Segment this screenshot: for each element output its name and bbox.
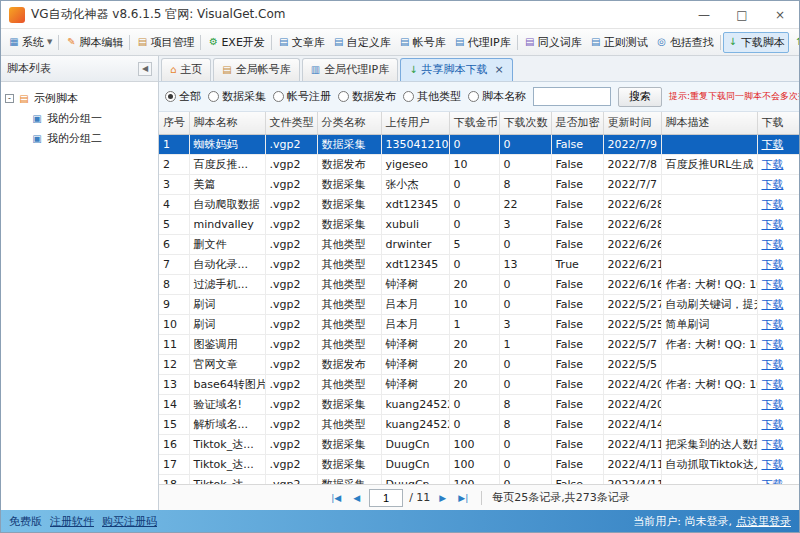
col-description[interactable]: 脚本描述 bbox=[661, 112, 757, 134]
download-link[interactable]: 下载 bbox=[762, 278, 784, 291]
table-row[interactable]: 5 mindvalley .vgp2 数据采集 xubuli 0 3 False… bbox=[159, 214, 799, 234]
download-link[interactable]: 下载 bbox=[762, 178, 784, 191]
toolbar-regex-test-button[interactable]: ▤ 正则测试 bbox=[586, 32, 652, 53]
first-page-button[interactable]: |◀ bbox=[328, 491, 344, 505]
col-file-type[interactable]: 文件类型 bbox=[265, 112, 317, 134]
search-button[interactable]: 搜索 bbox=[618, 87, 662, 107]
download-link[interactable]: 下载 bbox=[762, 158, 784, 171]
close-button[interactable]: × bbox=[761, 1, 799, 28]
cell-download-count: 0 bbox=[499, 294, 551, 314]
tab-close-icon[interactable]: × bbox=[495, 65, 504, 75]
upload-icon: ↑ bbox=[793, 36, 799, 48]
col-download[interactable]: 下载 bbox=[757, 112, 799, 134]
table-row[interactable]: 9 刷词 .vgp2 其他类型 吕本月 10 0 False 2022/5/27… bbox=[159, 294, 799, 314]
table-row[interactable]: 3 美篇 .vgp2 数据采集 张小杰 0 8 False 2022/7/7 bbox=[159, 174, 799, 194]
tree-item-example-scripts[interactable]: - ▤ 示例脚本 bbox=[5, 88, 154, 108]
download-link[interactable]: 下载 bbox=[762, 298, 784, 311]
toolbar-separator bbox=[129, 35, 130, 50]
cell-description bbox=[661, 354, 757, 374]
cell-script-name: 官网文章 bbox=[189, 354, 265, 374]
download-link[interactable]: 下载 bbox=[762, 458, 784, 471]
buy-license-link[interactable]: 购买注册码 bbox=[102, 514, 157, 529]
toolbar-script-edit-button[interactable]: ✎ 脚本编辑 bbox=[61, 32, 127, 53]
tab-global-account-lib[interactable]: ▤ 全局帐号库 bbox=[213, 58, 299, 81]
page-number-input[interactable] bbox=[369, 489, 403, 507]
sidebar-title: 脚本列表 bbox=[7, 61, 51, 76]
prev-page-button[interactable]: ◀ bbox=[350, 491, 363, 505]
toolbar-project-mgmt-button[interactable]: ▤ 项目管理 bbox=[132, 32, 198, 53]
table-row[interactable]: 17 Tiktok_达... .vgp2 数据采集 DuugCn 100 0 F… bbox=[159, 454, 799, 474]
cell-script-name: 自动爬取数据 bbox=[189, 194, 265, 214]
col-download-count[interactable]: 下载次数 bbox=[499, 112, 551, 134]
table-row[interactable]: 15 解析域名... .vgp2 其他类型 kuang2452299 0 8 F… bbox=[159, 414, 799, 434]
col-category[interactable]: 分类名称 bbox=[317, 112, 381, 134]
table-row[interactable]: 1 蜘蛛妈妈 .vgp2 数据采集 13504121014 0 0 False … bbox=[159, 134, 799, 154]
radio-account-register[interactable]: 帐号注册 bbox=[273, 89, 331, 104]
next-page-button[interactable]: ▶ bbox=[436, 491, 449, 505]
last-page-button[interactable]: ▶| bbox=[455, 491, 471, 505]
download-link[interactable]: 下载 bbox=[762, 418, 784, 431]
download-link[interactable]: 下载 bbox=[762, 258, 784, 271]
download-link[interactable]: 下载 bbox=[762, 218, 784, 231]
tab-global-proxy-lib[interactable]: ▥ 全局代理IP库 bbox=[302, 58, 398, 81]
download-link[interactable]: 下载 bbox=[762, 318, 784, 331]
minimize-button[interactable]: — bbox=[685, 1, 723, 28]
table-row[interactable]: 6 删文件 .vgp2 其他类型 drwinter 5 0 False 2022… bbox=[159, 234, 799, 254]
toolbar-custom-lib-button[interactable]: ▤ 自定义库 bbox=[329, 32, 395, 53]
table-row[interactable]: 12 官网文章 .vgp2 数据发布 钟泽树 20 0 False 2022/5… bbox=[159, 354, 799, 374]
table-row[interactable]: 8 过滤手机... .vgp2 其他类型 钟泽树 20 0 False 2022… bbox=[159, 274, 799, 294]
radio-label: 脚本名称 bbox=[482, 89, 526, 104]
radio-data-publish[interactable]: 数据发布 bbox=[338, 89, 396, 104]
table-row[interactable]: 4 自动爬取数据 .vgp2 数据采集 xdt12345 0 22 False … bbox=[159, 194, 799, 214]
col-index[interactable]: 序号 bbox=[159, 112, 189, 134]
table-row[interactable]: 18 Tiktok_达... .vgp2 数据采集 DuugCn 100 0 F… bbox=[159, 474, 799, 484]
toolbar-synonym-lib-button[interactable]: ▤ 同义词库 bbox=[520, 32, 586, 53]
download-link[interactable]: 下载 bbox=[762, 238, 784, 251]
cell-file-type: .vgp2 bbox=[265, 134, 317, 154]
tab-home[interactable]: ⌂ 主页 bbox=[161, 58, 211, 81]
tab-shared-script-download[interactable]: ↓ 共享脚本下载 × bbox=[400, 58, 513, 81]
toolbar-account-lib-button[interactable]: ▤ 帐号库 bbox=[395, 32, 450, 53]
col-coins[interactable]: 下载金币 bbox=[449, 112, 499, 134]
tree-item-my-group-1[interactable]: ▣ 我的分组一 bbox=[5, 108, 154, 128]
login-link[interactable]: 点这里登录 bbox=[736, 514, 791, 529]
cell-file-type: .vgp2 bbox=[265, 394, 317, 414]
download-link[interactable]: 下载 bbox=[762, 138, 784, 151]
col-updated[interactable]: 更新时间 bbox=[603, 112, 661, 134]
toolbar-system-button[interactable]: ▦ 系统 ▼ bbox=[4, 32, 56, 53]
script-name-input[interactable] bbox=[533, 87, 611, 106]
toolbar-exe-dev-button[interactable]: ⚙ EXE开发 bbox=[203, 32, 268, 53]
radio-other-type[interactable]: 其他类型 bbox=[403, 89, 461, 104]
table-row[interactable]: 14 验证域名! .vgp2 数据采集 kuang2452299 0 8 Fal… bbox=[159, 394, 799, 414]
download-link[interactable]: 下载 bbox=[762, 358, 784, 371]
table-row[interactable]: 13 base64转图片 .vgp2 其他类型 钟泽树 20 0 False 2… bbox=[159, 374, 799, 394]
collapse-sidebar-icon[interactable]: ◀ bbox=[138, 62, 152, 76]
col-uploader[interactable]: 上传用户 bbox=[381, 112, 449, 134]
radio-all[interactable]: 全部 bbox=[165, 89, 201, 104]
toolbar-upload-script-button[interactable]: ↑ 上传脚本 bbox=[789, 32, 799, 53]
col-script-name[interactable]: 脚本名称 bbox=[189, 112, 265, 134]
col-encrypted[interactable]: 是否加密 bbox=[551, 112, 603, 134]
toolbar-download-script-button[interactable]: ↓ 下载脚本 bbox=[723, 32, 789, 53]
cell-file-type: .vgp2 bbox=[265, 254, 317, 274]
toolbar-article-lib-button[interactable]: ▤ 文章库 bbox=[274, 32, 329, 53]
download-link[interactable]: 下载 bbox=[762, 398, 784, 411]
toolbar-proxy-lib-button[interactable]: ▤ 代理IP库 bbox=[450, 32, 515, 53]
radio-data-collection[interactable]: 数据采集 bbox=[208, 89, 266, 104]
register-software-link[interactable]: 注册软件 bbox=[50, 514, 94, 529]
download-link[interactable]: 下载 bbox=[762, 378, 784, 391]
download-link[interactable]: 下载 bbox=[762, 338, 784, 351]
table-row[interactable]: 2 百度反推... .vgp2 数据发布 yigeseo 10 0 False … bbox=[159, 154, 799, 174]
download-link[interactable]: 下载 bbox=[762, 198, 784, 211]
table-row[interactable]: 10 刷词 .vgp2 其他类型 吕本月 1 3 False 2022/5/25… bbox=[159, 314, 799, 334]
maximize-button[interactable]: □ bbox=[723, 1, 761, 28]
table-row[interactable]: 7 自动化录... .vgp2 其他类型 xdt12345 0 13 True … bbox=[159, 254, 799, 274]
radio-script-name[interactable]: 脚本名称 bbox=[468, 89, 526, 104]
download-link[interactable]: 下载 bbox=[762, 438, 784, 451]
table-row[interactable]: 16 Tiktok_达... .vgp2 数据采集 DuugCn 100 0 F… bbox=[159, 434, 799, 454]
cell-category: 其他类型 bbox=[317, 414, 381, 434]
table-row[interactable]: 11 图鉴调用 .vgp2 其他类型 钟泽树 20 1 False 2022/5… bbox=[159, 334, 799, 354]
tree-item-my-group-2[interactable]: ▣ 我的分组二 bbox=[5, 128, 154, 148]
tree-expander-icon[interactable]: - bbox=[5, 94, 14, 103]
toolbar-include-search-button[interactable]: ◎ 包括查找 bbox=[652, 32, 718, 53]
